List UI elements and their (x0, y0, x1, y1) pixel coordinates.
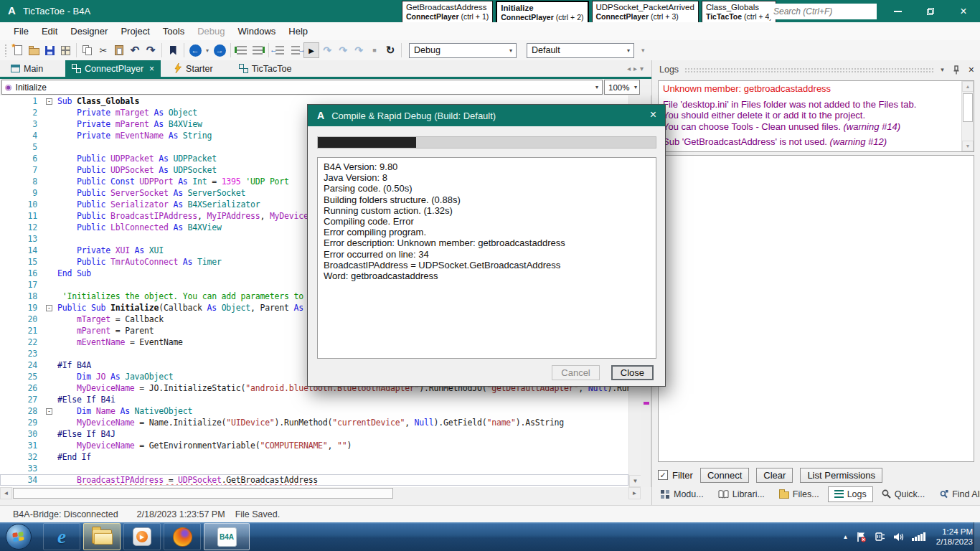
tab-starter[interactable]: Starter (168, 60, 220, 77)
tab-list-icon[interactable]: ▾ (640, 65, 646, 72)
compiler-messages-box[interactable]: Unknown member: getbroadcastaddressFile … (658, 80, 974, 152)
taskbar-wmp-button[interactable]: ▶ (123, 523, 161, 550)
run-button[interactable]: ▶ (303, 42, 319, 58)
menu-item-help[interactable]: Help (282, 22, 314, 40)
search-input[interactable] (769, 6, 886, 17)
dock-tab-files[interactable]: Files... (773, 487, 825, 501)
logs-panel-header[interactable]: Logs ▾ × (652, 60, 980, 79)
action-center-flag-icon[interactable] (856, 532, 867, 542)
menu-item-designer[interactable]: Designer (64, 22, 114, 40)
taskbar-b4a-button[interactable]: B4A (204, 523, 250, 550)
export-button[interactable] (57, 42, 73, 58)
list-permissions-button[interactable]: List Permissions (800, 468, 882, 483)
stop-button[interactable]: ■ (367, 42, 382, 58)
back-history-dropdown[interactable]: ▾ (203, 42, 212, 58)
show-desktop-button[interactable] (974, 522, 980, 551)
menu-item-tools[interactable]: Tools (156, 22, 191, 40)
tab-prev-icon[interactable]: ◂ (627, 65, 633, 72)
volume-icon[interactable] (893, 532, 904, 542)
connect-button[interactable]: Connect (700, 468, 749, 483)
step-out-button[interactable]: ↷ (351, 42, 367, 58)
tab-tictactoe[interactable]: TicTacToe (232, 60, 298, 77)
restart-button[interactable]: ↻ (382, 42, 398, 58)
scrollbar-thumb[interactable] (963, 93, 973, 122)
tab-main[interactable]: Main (4, 60, 50, 77)
menu-item-project[interactable]: Project (114, 22, 156, 40)
step-into-button[interactable]: ↷ (319, 42, 335, 58)
scroll-down-icon[interactable]: ▼ (629, 475, 641, 487)
scroll-left-icon[interactable]: ◄ (0, 487, 12, 499)
bookmark-button[interactable] (165, 42, 181, 58)
taskbar-ie-button[interactable]: e (43, 523, 80, 550)
save-button[interactable] (42, 42, 57, 58)
redo-button[interactable]: ↷ (143, 42, 159, 58)
tab-connectplayer[interactable]: ConnectPlayer× (65, 60, 161, 77)
dock-tab-logs[interactable]: Logs (828, 486, 873, 502)
debug-mode-select[interactable]: Debug▾ (409, 43, 517, 58)
dock-tab-modu[interactable]: Modu... (655, 487, 710, 501)
comment-button[interactable] (234, 42, 250, 58)
editor-zoom-select[interactable]: 100% ▾ (604, 80, 640, 95)
network-signal-icon[interactable] (912, 532, 925, 541)
minimize-button[interactable] (881, 0, 914, 22)
navigate-back-button[interactable]: ← (187, 42, 203, 58)
power-plug-icon[interactable] (875, 532, 885, 542)
fold-collapse-icon[interactable]: - (46, 98, 52, 105)
dock-tab-quick[interactable]: Quick... (876, 487, 930, 501)
menu-item-edit[interactable]: Edit (35, 22, 64, 40)
panel-close-icon[interactable]: × (969, 64, 974, 75)
dialog-title-bar[interactable]: A Compile & Rapid Debug (Build: Default)… (308, 105, 665, 126)
tab-scroll-arrows[interactable]: ◂▸▾ (627, 65, 646, 72)
panel-menu-icon[interactable]: ▾ (941, 66, 944, 73)
tray-clock[interactable]: 1:24 PM 2/18/2023 (936, 527, 973, 547)
toolbar-overflow-button[interactable]: ▾ (641, 47, 645, 54)
fold-collapse-icon[interactable]: - (46, 305, 52, 311)
cut-button[interactable]: ✂ (95, 42, 111, 58)
tray-expand-icon[interactable]: ▲ (842, 534, 848, 540)
quick-nav-bookmark[interactable]: UDPSocket_PacketArrivedConnectPlayer (ct… (592, 1, 699, 24)
device-log-box[interactable] (658, 155, 974, 462)
close-dialog-button[interactable]: Close (611, 365, 654, 380)
undo-button[interactable]: ↶ (127, 42, 143, 58)
copy-button[interactable] (80, 42, 95, 58)
new-file-button[interactable]: * (10, 42, 26, 58)
messages-scrollbar[interactable]: ▲ ▼ (961, 81, 974, 151)
filter-checkbox[interactable]: ✓ (658, 470, 668, 480)
restore-button[interactable] (914, 0, 947, 22)
dock-tab-librari[interactable]: Librari... (712, 487, 771, 501)
compile-log[interactable]: B4A Version: 9.80Java Version: 8Parsing … (317, 157, 656, 359)
quick-nav-bookmark[interactable]: InitializeConnectPlayer (ctrl + 2) (496, 1, 588, 24)
step-over-button[interactable]: ↷ (335, 42, 351, 58)
navigate-forward-button[interactable]: → (212, 42, 227, 58)
paste-button[interactable] (111, 42, 127, 58)
open-button[interactable] (26, 42, 42, 58)
start-button[interactable] (6, 524, 32, 550)
dialog-close-button[interactable]: × (650, 108, 656, 121)
menu-item-file[interactable]: File (7, 22, 35, 40)
tab-next-icon[interactable]: ▸ (633, 65, 640, 72)
build-config-select[interactable]: Default▾ (527, 43, 634, 58)
tab-close-icon[interactable]: × (149, 64, 154, 74)
pin-icon[interactable] (953, 65, 960, 75)
search-box[interactable] (769, 4, 877, 19)
quick-nav-bookmark[interactable]: GetBroadcastAddressConnectPlayer (ctrl +… (402, 1, 493, 24)
indent-button[interactable]: → (288, 42, 303, 58)
fold-collapse-icon[interactable]: - (46, 408, 52, 415)
dock-tab-findall[interactable]: Find All... (933, 487, 980, 501)
menu-item-debug[interactable]: Debug (191, 22, 231, 40)
quick-nav-bookmark[interactable]: Class_GlobalsTicTacToe (ctrl + 4) (702, 1, 776, 24)
outdent-button[interactable]: ← (272, 42, 288, 58)
taskbar-firefox-button[interactable] (164, 523, 201, 550)
scroll-down-icon[interactable]: ▼ (962, 141, 974, 151)
taskbar-explorer-button[interactable] (83, 523, 121, 550)
close-button[interactable]: × (947, 0, 980, 22)
sub-navigator-select[interactable]: ◉ Initialize ▾ (1, 80, 603, 95)
scroll-up-icon[interactable]: ▲ (962, 81, 974, 92)
clear-button[interactable]: Clear (756, 468, 793, 483)
editor-horizontal-scrollbar[interactable]: ◄ ► (0, 487, 641, 499)
uncomment-button[interactable] (250, 42, 265, 58)
scrollbar-thumb[interactable] (13, 488, 393, 499)
menu-item-windows[interactable]: Windows (232, 22, 283, 40)
scroll-right-icon[interactable]: ► (628, 487, 641, 499)
cancel-button[interactable]: Cancel (552, 365, 599, 380)
